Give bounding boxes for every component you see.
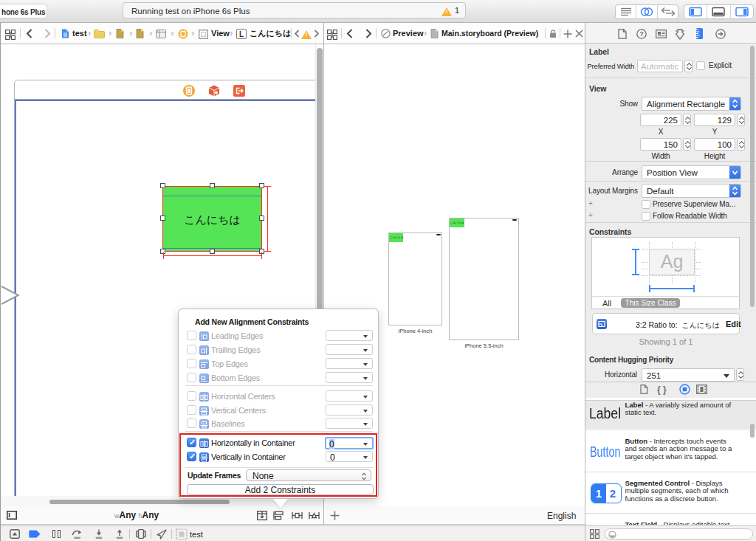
svg-text:?: ? — [639, 30, 644, 38]
